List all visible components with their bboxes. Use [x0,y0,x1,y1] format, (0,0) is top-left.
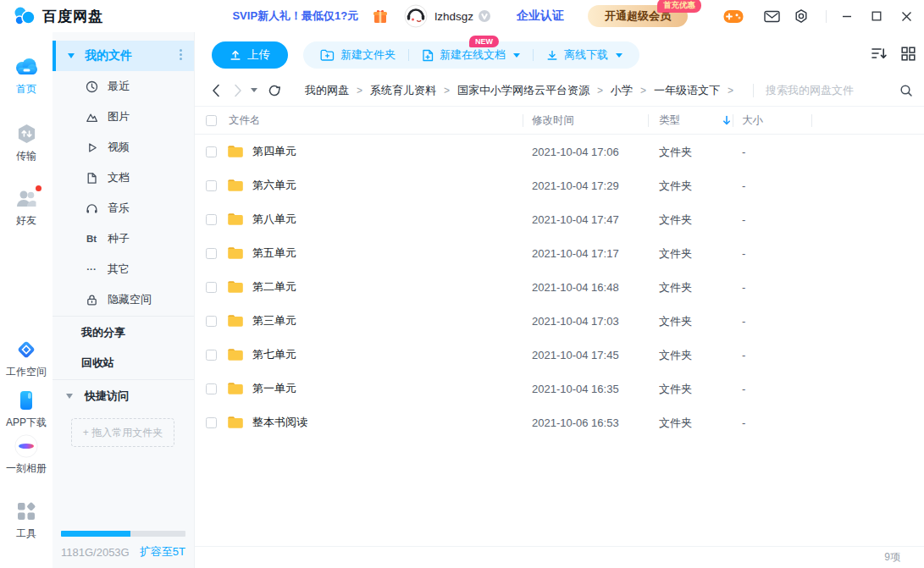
chevron-down-icon [513,53,520,58]
sidebar-item-label: 图片 [108,109,130,124]
file-name[interactable]: 第六单元 [252,178,296,193]
sidebar-item-my-share[interactable]: 我的分享 [53,317,194,348]
file-row[interactable]: 第二单元 2021-10-04 16:48 文件夹 - [195,270,924,304]
file-name[interactable]: 第二单元 [252,279,296,295]
column-header-size[interactable]: 大小 [742,113,763,128]
upload-button[interactable]: 上传 [212,41,288,69]
main-panel: 上传 新建文件夹 新建在线文档 [195,32,924,568]
file-row[interactable]: 第四单元 2021-10-04 17:06 文件夹 - [195,135,924,168]
sidebar-item-quick-access[interactable]: 快捷访问 [53,381,194,411]
file-name[interactable]: 第三单元 [252,313,296,328]
row-checkbox[interactable] [206,248,217,259]
more-options-icon[interactable] [180,49,182,60]
rail-item-app-download[interactable]: APP下载 [0,389,53,430]
sidebar-item-images[interactable]: 图片 [53,102,194,132]
file-name[interactable]: 整本书阅读 [252,415,307,430]
sort-order-icon[interactable] [871,47,888,60]
offline-download-button[interactable]: 离线下载 [546,47,622,63]
sidebar-item-music[interactable]: 音乐 [53,193,194,223]
game-icon[interactable] [723,9,744,24]
back-button[interactable] [212,84,220,97]
file-name[interactable]: 第八单元 [252,212,296,227]
collapse-triangle-icon[interactable] [66,394,73,399]
new-folder-button[interactable]: 新建文件夹 [320,47,396,63]
minimize-button[interactable] [838,7,856,25]
file-name[interactable]: 第四单元 [252,144,296,159]
row-checkbox[interactable] [206,214,217,225]
file-row[interactable]: 第一单元 2021-10-04 16:35 文件夹 - [195,372,924,405]
column-header-type[interactable]: 类型 [659,113,680,128]
breadcrumb-item[interactable]: 我的网盘 [305,83,349,98]
collapse-triangle-icon[interactable] [68,53,75,58]
divider [533,49,534,61]
sidebar-item-recent[interactable]: 最近 [53,71,194,102]
file-row[interactable]: 第三单元 2021-10-04 17:03 文件夹 - [195,304,924,338]
new-online-doc-button[interactable]: 新建在线文档 [422,47,520,63]
sidebar-item-videos[interactable]: 视频 [53,132,194,163]
gift-icon[interactable] [372,8,389,25]
sidebar-item-recycle-bin[interactable]: 回收站 [53,348,194,378]
sidebar-item-documents[interactable]: 文档 [53,163,194,193]
breadcrumb-item[interactable]: 系统育儿资料 [370,83,436,98]
rail-item-workspace[interactable]: 工作空间 [0,339,53,379]
file-row[interactable]: 第八单元 2021-10-04 17:47 文件夹 - [195,202,924,236]
row-checkbox[interactable] [206,417,217,428]
breadcrumb-item[interactable]: 小学 [611,83,633,98]
rail-label: 一刻相册 [6,461,47,476]
file-row[interactable]: 第五单元 2021-10-04 17:17 文件夹 - [195,236,924,270]
file-name[interactable]: 第一单元 [252,381,296,396]
sidebar-item-my-files[interactable]: 我的文件 [53,41,194,71]
sidebar-item-others[interactable]: ··· 其它 [53,254,194,284]
rail-label: 好友 [16,213,36,228]
column-header-name[interactable]: 文件名 [229,113,261,128]
new-folder-label: 新建文件夹 [340,47,396,63]
row-checkbox[interactable] [206,146,217,157]
refresh-button[interactable] [268,84,281,97]
rail-item-friends[interactable]: 好友 [0,187,53,228]
app-logo: 百度网盘 [14,5,103,27]
quick-access-label: 快捷访问 [85,389,129,404]
maximize-button[interactable] [867,7,886,25]
rail-item-home[interactable]: 首页 [0,56,53,97]
search-icon[interactable] [899,84,913,97]
file-name[interactable]: 第七单元 [252,347,296,362]
file-time: 2021-10-04 17:17 [532,247,619,260]
history-dropdown-icon[interactable] [251,88,257,92]
svip-promo-link[interactable]: SVIP新人礼！最低仅1?元 [232,8,358,24]
file-size: - [742,349,745,361]
sidebar-item-torrents[interactable]: Bt 种子 [53,223,194,254]
breadcrumb-item[interactable]: 国家中小学网络云平台资源 [457,83,589,98]
search-input[interactable] [766,84,899,97]
row-checkbox[interactable] [206,282,217,293]
view-controls [871,32,924,74]
file-time: 2021-10-04 17:06 [532,146,619,158]
row-checkbox[interactable] [206,383,217,394]
row-checkbox[interactable] [206,350,217,361]
file-row[interactable]: 第七单元 2021-10-04 17:45 文件夹 - [195,338,924,372]
mail-icon[interactable] [764,10,780,23]
close-button[interactable] [897,7,916,25]
expand-storage-link[interactable]: 扩容至5T [140,544,185,560]
rail-label: APP下载 [6,416,47,430]
sort-descending-icon[interactable] [722,115,731,129]
rail-item-tools[interactable]: 工具 [0,500,53,541]
breadcrumb-item[interactable]: 一年级语文下 [654,83,720,98]
column-header-time[interactable]: 修改时间 [532,113,574,128]
file-row[interactable]: 第六单元 2021-10-04 17:29 文件夹 - [195,168,924,202]
username[interactable]: lzhdsgz [434,10,473,23]
file-row[interactable]: 整本书阅读 2021-10-06 16:53 文件夹 - [195,405,924,439]
grid-view-icon[interactable] [901,47,916,61]
settings-gear-icon[interactable] [794,8,809,24]
file-name[interactable]: 第五单元 [252,245,296,261]
user-avatar[interactable] [404,4,428,28]
select-all-checkbox[interactable] [206,115,217,126]
row-checkbox[interactable] [206,316,217,327]
row-checkbox[interactable] [206,180,217,191]
rail-item-transfer[interactable]: 传输 [0,123,53,163]
forward-button[interactable] [234,84,242,97]
rail-item-album[interactable]: 一刻相册 [0,435,53,476]
breadcrumb-separator: > [597,85,603,97]
sidebar-item-hidden-space[interactable]: 隐藏空间 [53,284,194,315]
enterprise-cert-link[interactable]: 企业认证 [517,8,564,24]
drop-folder-zone[interactable]: + 拖入常用文件夹 [71,418,174,447]
